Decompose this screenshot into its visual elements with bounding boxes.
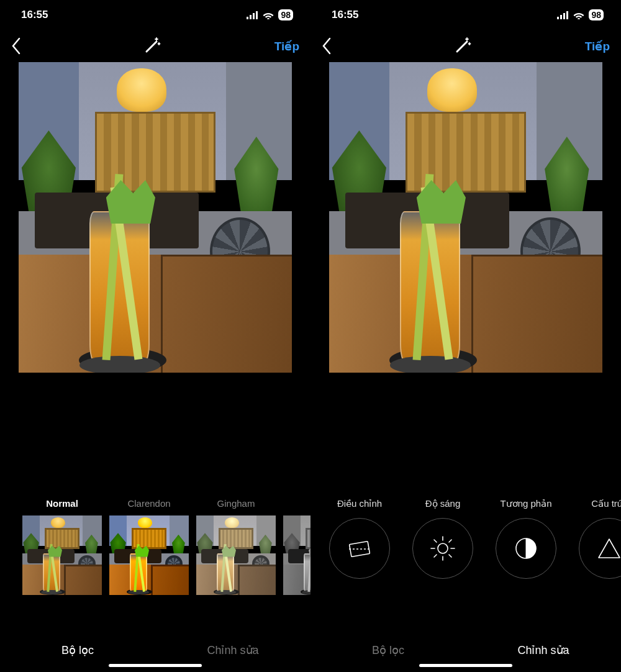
sun-icon <box>412 518 473 579</box>
contrast-icon <box>496 518 556 579</box>
filter-thumb <box>22 515 102 595</box>
edit-tools-strip[interactable]: Điều chỉnhĐộ sángTương phảnCấu trúc <box>310 498 621 604</box>
nav-bar: Tiếp <box>0 30 310 62</box>
edit-tool-label: Cấu trúc <box>591 498 621 509</box>
back-button[interactable] <box>11 37 34 55</box>
main-photo <box>329 62 602 373</box>
filter-item-m[interactable]: M <box>283 498 310 595</box>
edit-tool-label: Độ sáng <box>425 498 461 509</box>
filter-thumb <box>196 515 276 595</box>
signal-icon <box>556 11 569 19</box>
wifi-icon <box>573 11 585 19</box>
filter-item-gingham[interactable]: Gingham <box>196 498 276 595</box>
wifi-icon <box>262 11 274 19</box>
edit-tool-contrast[interactable]: Tương phản <box>491 498 561 579</box>
nav-bar: Tiếp <box>310 30 621 62</box>
filter-label: Clarendon <box>127 498 170 509</box>
triangle-icon <box>579 518 621 579</box>
filter-strip[interactable]: NormalClarendonGinghamM <box>0 498 310 604</box>
filter-label: Normal <box>46 498 78 509</box>
chevron-left-icon <box>11 37 21 55</box>
filter-item-normal[interactable]: Normal <box>22 498 102 595</box>
status-right: 98 <box>556 9 604 20</box>
home-indicator[interactable] <box>419 664 512 667</box>
status-bar: 16:55 98 <box>0 0 310 30</box>
filter-label: Gingham <box>217 498 255 509</box>
battery-level: 98 <box>278 9 293 20</box>
filter-thumb <box>109 515 189 595</box>
svg-line-7 <box>434 540 437 542</box>
magic-wand-icon <box>143 37 161 55</box>
home-indicator[interactable] <box>109 664 202 667</box>
tab-edit[interactable]: Chỉnh sửa <box>466 643 621 657</box>
magic-wand-button[interactable] <box>34 37 271 55</box>
tab-filter[interactable]: Bộ lọc <box>0 643 155 657</box>
back-button[interactable] <box>322 37 344 55</box>
svg-line-9 <box>434 555 437 557</box>
status-time: 16:55 <box>332 9 358 21</box>
filter-item-clarendon[interactable]: Clarendon <box>109 498 189 595</box>
edit-tool-sun[interactable]: Độ sáng <box>407 498 478 579</box>
svg-line-8 <box>449 555 451 557</box>
tab-edit[interactable]: Chỉnh sửa <box>155 643 310 657</box>
filter-thumb <box>283 515 310 595</box>
next-button[interactable]: Tiếp <box>581 39 610 53</box>
edit-tool-label: Tương phản <box>500 498 551 509</box>
tab-filter[interactable]: Bộ lọc <box>310 643 466 657</box>
edit-tool-label: Điều chỉnh <box>337 498 382 509</box>
chevron-left-icon <box>322 37 332 55</box>
status-bar: 16:55 98 <box>310 0 621 30</box>
main-photo <box>19 62 292 373</box>
edit-tool-triangle[interactable]: Cấu trúc <box>574 498 621 579</box>
battery-level: 98 <box>589 9 604 20</box>
adjust-icon <box>329 518 390 579</box>
main-photo-area[interactable] <box>310 62 621 373</box>
svg-line-10 <box>449 540 451 542</box>
svg-rect-0 <box>349 542 369 557</box>
status-right: 98 <box>246 9 293 20</box>
main-photo-area[interactable] <box>0 62 310 373</box>
svg-point-2 <box>438 543 448 553</box>
magic-wand-button[interactable] <box>344 37 581 55</box>
status-time: 16:55 <box>21 9 48 21</box>
phone-left: 16:55 98 Tiếp <box>0 0 310 672</box>
edit-tool-adjust[interactable]: Điều chỉnh <box>324 498 395 579</box>
next-button[interactable]: Tiếp <box>271 39 299 53</box>
phone-right: 16:55 98 Tiếp <box>310 0 621 672</box>
magic-wand-icon <box>453 37 472 55</box>
signal-icon <box>246 11 258 19</box>
